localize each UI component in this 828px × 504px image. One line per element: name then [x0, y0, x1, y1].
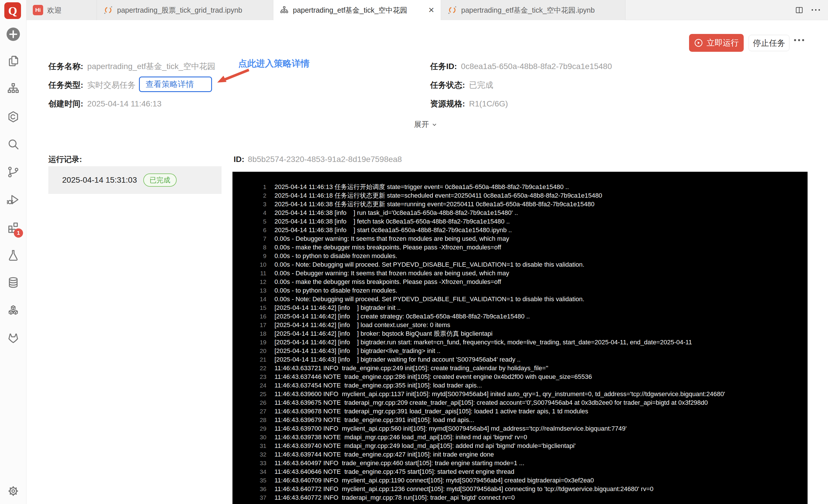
hexagon-c-icon — [7, 110, 20, 123]
log-line: 21[2025-04-14 11:46:43] [info ] bigtrade… — [233, 355, 808, 364]
run-records-label: 运行记录: — [48, 154, 82, 165]
log-line: 42025-04-14 11:46:38 [info ] run task_id… — [233, 209, 808, 217]
log-line: 130.00s - to python to disable frozen mo… — [233, 286, 808, 295]
sidebar-item-search[interactable] — [0, 137, 27, 151]
tab-notebook-sky-garden[interactable]: papertrading_etf基金_tick_空中花园.ipynb — [441, 0, 625, 20]
run-debug-icon — [7, 193, 20, 206]
log-line: 18[2025-04-14 11:46:42] [info ] broker: … — [233, 329, 808, 338]
sidebar-item-source-control[interactable] — [0, 165, 27, 179]
cubes-icon — [7, 304, 20, 317]
log-line: 15[2025-04-14 11:46:42] [info ] bigtrade… — [233, 303, 808, 312]
log-line: 2311:46:43.637446 NOTE trade_engine.cpp:… — [233, 373, 808, 381]
task-name-value: papertrading_etf基金_tick_空中花园 — [87, 61, 215, 72]
tabbar-actions — [795, 0, 828, 20]
tab-label: papertrading_股票_tick_grid_trad.ipynb — [117, 5, 242, 15]
log-line: 3211:46:43.639744 NOTE trade_engine.cpp:… — [233, 450, 808, 459]
more-actions-icon[interactable] — [812, 9, 820, 11]
sidebar-item-extensions[interactable]: 1 — [0, 221, 27, 234]
resource-spec-value: R1(1C/6G) — [469, 99, 508, 109]
log-line: 32025-04-14 11:46:38 任务运行状态更新 state=runn… — [233, 200, 808, 209]
sidebar-item-settings[interactable] — [0, 485, 27, 498]
files-icon — [7, 55, 20, 68]
field-task-id: 任务ID: 0c8ea1a5-650a-48b8-8fa2-7b9ca1e154… — [430, 61, 612, 72]
more-options-icon[interactable] — [794, 39, 804, 41]
chevron-down-icon — [431, 121, 438, 128]
play-circle-icon — [694, 38, 703, 47]
run-record-item[interactable]: 2025-04-14 15:31:03 已完成 — [48, 166, 221, 194]
log-line: 20[2025-04-14 11:46:43] [info ] bigtrade… — [233, 347, 808, 355]
log-console[interactable]: 12025-04-14 11:46:13 任务运行开始调度 state=trig… — [233, 172, 808, 504]
expand-toggle[interactable]: 展开 — [404, 119, 447, 129]
log-line: 22025-04-14 11:46:18 任务运行状态更新 state=sche… — [233, 191, 808, 200]
expand-label: 展开 — [414, 119, 429, 129]
sidebar-item-lab[interactable] — [0, 249, 27, 262]
run-now-button[interactable]: 立即运行 — [689, 34, 744, 52]
log-line: 2711:46:43.639678 NOTE traderapi_mgr.cpp… — [233, 407, 808, 416]
sidebar-item-modules[interactable] — [0, 304, 27, 317]
sidebar-item-run-debug[interactable] — [0, 193, 27, 206]
sidebar-item-components[interactable] — [0, 110, 27, 123]
log-line: 90.00s - to python to disable frozen mod… — [233, 252, 808, 260]
sidebar-item-data[interactable] — [0, 276, 27, 289]
tab-label: papertrading_etf基金_tick_空中花园.ipynb — [461, 5, 595, 15]
close-icon[interactable]: ✕ — [423, 6, 434, 15]
task-detail-page: 立即运行 停止任务 任务名称: papertrading_etf基金_tick_… — [27, 20, 828, 504]
hi-badge-icon: Hi — [33, 5, 43, 15]
log-line: 3511:46:43.640709 INFO myclient_api.cpp:… — [233, 476, 808, 485]
run-id-label: ID: — [234, 155, 244, 164]
task-id-value: 0c8ea1a5-650a-48b8-8fa2-7b9ca1e15480 — [461, 62, 612, 71]
resource-spec-label: 资源规格: — [430, 98, 465, 109]
sidebar-item-gitlab[interactable] — [0, 331, 27, 345]
created-time-label: 创建时间: — [48, 98, 83, 109]
field-task-type: 任务类型: 实时交易任务 — [48, 80, 135, 91]
log-line: 2411:46:43.637454 NOTE trade_engine.cpp:… — [233, 381, 808, 390]
log-line: 140.00s - Note: Debugging will proceed. … — [233, 295, 808, 303]
tab-label: papertrading_etf基金_tick_空中花园 — [293, 5, 407, 15]
tab-notebook-grid-trad[interactable]: papertrading_股票_tick_grid_trad.ipynb — [97, 0, 273, 20]
activity-bar: Q — [0, 0, 27, 504]
field-resource-spec: 资源规格: R1(1C/6G) — [430, 98, 508, 109]
tab-label: 欢迎 — [47, 5, 61, 15]
sidebar-item-new[interactable] — [0, 27, 27, 42]
log-line: 3711:46:43.640772 INFO traderapi_mgr.cpp… — [233, 493, 808, 502]
log-line: 3411:46:43.640646 NOTE trade_engine.cpp:… — [233, 467, 808, 476]
run-now-label: 立即运行 — [707, 37, 739, 48]
task-type-value: 实时交易任务 — [87, 80, 135, 91]
task-status-value: 已完成 — [469, 80, 493, 91]
log-line: 2811:46:43.639679 NOTE trade_engine.cpp:… — [233, 416, 808, 424]
org-chart-icon — [280, 5, 289, 15]
flask-icon — [7, 249, 20, 262]
sidebar-item-tasks[interactable] — [0, 82, 27, 95]
log-line: 19[2025-04-14 11:46:42] [info ] bigtrade… — [233, 338, 808, 347]
database-icon — [7, 276, 20, 289]
annotation-arrow — [210, 65, 256, 96]
app-window: Q — [0, 0, 828, 504]
git-branch-icon — [7, 165, 20, 179]
run-id-value: 8b5b2574-2320-4853-91a2-8d19e7598ea8 — [248, 155, 402, 164]
stop-task-button[interactable]: 停止任务 — [749, 35, 789, 51]
sidebar-item-files[interactable] — [0, 55, 27, 68]
field-created-time: 创建时间: 2025-04-14 11:46:13 — [48, 98, 161, 109]
log-line: 2511:46:43.639600 INFO myclient_api.cpp:… — [233, 390, 808, 398]
search-icon — [7, 137, 20, 151]
tab-task-detail-active[interactable]: papertrading_etf基金_tick_空中花园 ✕ — [273, 0, 441, 20]
log-line: 3611:46:43.640772 INFO myclient_api.cpp:… — [233, 485, 808, 493]
field-task-name: 任务名称: papertrading_etf基金_tick_空中花园 — [48, 61, 215, 72]
log-line: 100.00s - Note: Debugging will proceed. … — [233, 260, 808, 269]
log-line: 110.00s - Debugger warning: It seems tha… — [233, 269, 808, 278]
tab-bar: Hi 欢迎 papertrading_股票_tick_grid_trad.ipy… — [27, 0, 828, 20]
gitlab-fox-icon — [7, 331, 20, 345]
log-line: 80.00s - make the debugger miss breakpoi… — [233, 243, 808, 252]
new-plus-icon — [5, 27, 21, 42]
log-line: 16[2025-04-14 11:46:42] [info ] create s… — [233, 312, 808, 321]
log-line: 17[2025-04-14 11:46:42] [info ] load con… — [233, 321, 808, 329]
log-line: 12025-04-14 11:46:13 任务运行开始调度 state=trig… — [233, 183, 808, 191]
log-line: 3111:46:43.639740 NOTE mdapi_mgr.cpp:249… — [233, 442, 808, 450]
org-chart-icon — [7, 82, 20, 95]
view-strategy-button[interactable]: 查看策略详情 — [139, 77, 212, 92]
log-lines: 12025-04-14 11:46:13 任务运行开始调度 state=trig… — [233, 183, 808, 502]
tab-welcome[interactable]: Hi 欢迎 — [27, 0, 97, 20]
split-editor-icon[interactable] — [795, 6, 803, 14]
task-type-label: 任务类型: — [48, 80, 83, 91]
extensions-badge: 1 — [14, 228, 23, 238]
